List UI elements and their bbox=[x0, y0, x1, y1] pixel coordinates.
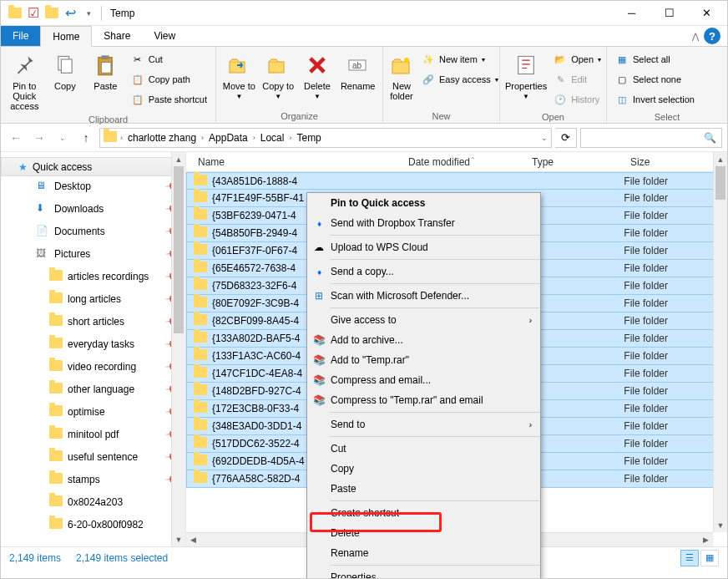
paste-button[interactable]: Paste bbox=[87, 50, 124, 91]
close-button[interactable]: ✕ bbox=[688, 1, 725, 25]
open-icon: 📂 bbox=[554, 53, 567, 66]
ctx-rename[interactable]: Rename bbox=[307, 543, 540, 563]
ribbon: Pin to Quick access Copy Paste ✂Cut 📋Cop… bbox=[1, 47, 727, 124]
sidebar-item[interactable]: 0x8024a203 bbox=[1, 492, 185, 511]
selectnone-button[interactable]: ▢Select none bbox=[612, 70, 698, 89]
help-button[interactable]: ? bbox=[704, 28, 720, 44]
tab-share[interactable]: Share bbox=[92, 26, 142, 46]
svg-text:ab: ab bbox=[352, 61, 362, 70]
copy-button[interactable]: Copy bbox=[47, 50, 84, 91]
qat-properties-icon[interactable]: ☑ bbox=[26, 6, 41, 21]
sidebar-item[interactable]: ⬇Downloads📌 bbox=[1, 199, 185, 218]
status-selected: 2,149 items selected bbox=[76, 552, 168, 564]
qat-undo-icon[interactable]: ↩ bbox=[63, 6, 78, 21]
up-button[interactable]: ↑ bbox=[76, 131, 96, 145]
ctx-dropbox[interactable]: ⬧Send with Dropbox Transfer bbox=[307, 213, 540, 233]
folder-icon bbox=[49, 405, 63, 419]
collapse-ribbon-icon[interactable]: ⋀ bbox=[692, 32, 699, 41]
tab-file[interactable]: File bbox=[1, 26, 40, 46]
ctx-giveaccess[interactable]: Give access to› bbox=[307, 310, 540, 330]
copyto-button[interactable]: Copy to▼ bbox=[260, 50, 296, 101]
sidebar-item[interactable]: short articles📌 bbox=[1, 312, 185, 331]
ctx-paste[interactable]: Paste bbox=[307, 479, 540, 499]
col-date[interactable]: Date modified bbox=[402, 156, 525, 168]
invert-button[interactable]: ◫Invert selection bbox=[612, 90, 698, 109]
folder-icon bbox=[194, 175, 207, 188]
breadcrumb[interactable]: › charlotte zhang› AppData› Local› Temp … bbox=[99, 128, 552, 148]
forward-button[interactable]: → bbox=[29, 131, 49, 145]
ctx-compressemail[interactable]: 📚Compress and email... bbox=[307, 370, 540, 390]
qat-dropdown-icon[interactable]: ▾ bbox=[81, 6, 96, 21]
edit-button[interactable]: ✎Edit bbox=[550, 70, 604, 89]
sidebar-quickaccess[interactable]: ★ Quick access bbox=[1, 157, 185, 176]
folder-icon bbox=[104, 131, 117, 145]
sidebar-item[interactable]: optimise📌 bbox=[1, 402, 185, 421]
properties-button[interactable]: Properties▼ bbox=[505, 50, 547, 101]
ctx-pin[interactable]: Pin to Quick access bbox=[307, 193, 540, 213]
svg-rect-9 bbox=[392, 62, 409, 74]
ctx-addtemp[interactable]: 📚Add to "Temp.rar" bbox=[307, 350, 540, 370]
sidebar-item[interactable]: articles recordings📌 bbox=[1, 267, 185, 286]
col-name[interactable]: Name ⌃ bbox=[186, 156, 402, 168]
qat-newfolder-icon[interactable] bbox=[44, 6, 59, 21]
sidebar-item[interactable]: useful sentence📌 bbox=[1, 447, 185, 466]
ctx-compresstemp[interactable]: 📚Compress to "Temp.rar" and email bbox=[307, 390, 540, 410]
sidebar-item[interactable]: stamps📌 bbox=[1, 470, 185, 489]
copypath-button[interactable]: 📋Copy path bbox=[128, 70, 210, 89]
recent-dropdown[interactable]: ⌄ bbox=[53, 134, 73, 142]
open-button[interactable]: 📂Open ▾ bbox=[550, 50, 604, 69]
ctx-properties[interactable]: Properties bbox=[307, 567, 540, 579]
col-type[interactable]: Type bbox=[525, 156, 624, 168]
moveto-button[interactable]: Move to▼ bbox=[221, 50, 257, 101]
ctx-sendto[interactable]: Send to› bbox=[307, 414, 540, 434]
copy-icon bbox=[52, 52, 78, 79]
delete-button[interactable]: Delete▼ bbox=[300, 50, 336, 101]
dropbox-icon: ⬧ bbox=[311, 216, 326, 231]
special-icon: 🖼 bbox=[36, 247, 49, 261]
cut-button[interactable]: ✂Cut bbox=[128, 50, 210, 69]
minimize-button[interactable]: ─ bbox=[613, 1, 650, 25]
sidebar-item[interactable]: minitool pdf📌 bbox=[1, 424, 185, 444]
tab-home[interactable]: Home bbox=[40, 26, 92, 47]
rename-button[interactable]: ab Rename bbox=[338, 50, 377, 91]
ctx-addarchive[interactable]: 📚Add to archive... bbox=[307, 330, 540, 350]
newfolder-button[interactable]: New folder bbox=[388, 50, 415, 101]
maximize-button[interactable]: ☐ bbox=[650, 1, 688, 25]
pin-quickaccess-button[interactable]: Pin to Quick access bbox=[6, 50, 43, 111]
sidebar-item[interactable]: everyday tasks📌 bbox=[1, 334, 185, 353]
icons-view-button[interactable]: ▦ bbox=[700, 550, 719, 566]
easyaccess-button[interactable]: 🔗Easy access ▾ bbox=[418, 70, 502, 89]
back-button[interactable]: ← bbox=[6, 131, 26, 145]
pasteshortcut-icon: 📋 bbox=[131, 93, 144, 106]
ctx-wps[interactable]: ☁Upload to WPS Cloud bbox=[307, 237, 540, 257]
ctx-defender[interactable]: ⊞Scan with Microsoft Defender... bbox=[307, 286, 540, 306]
vertical-scrollbar[interactable]: ▲ ▼ bbox=[713, 152, 727, 532]
ctx-cut[interactable]: Cut bbox=[307, 439, 540, 459]
selectall-button[interactable]: ▦Select all bbox=[612, 50, 698, 69]
col-size[interactable]: Size bbox=[624, 156, 650, 168]
folder-icon bbox=[194, 384, 207, 398]
sidebar-item[interactable]: 📄Documents📌 bbox=[1, 221, 185, 241]
ctx-sendcopy[interactable]: ⬧Send a copy... bbox=[307, 262, 540, 282]
sidebar-item[interactable]: 🖥Desktop📌 bbox=[1, 176, 185, 196]
dropbox-icon: ⬧ bbox=[311, 264, 326, 279]
sidebar-item[interactable]: video recording📌 bbox=[1, 357, 185, 376]
sidebar-item[interactable]: 🖼Pictures📌 bbox=[1, 244, 185, 263]
ctx-delete[interactable]: Delete bbox=[307, 523, 540, 543]
ctx-copy[interactable]: Copy bbox=[307, 459, 540, 479]
sidebar-item[interactable]: long articles📌 bbox=[1, 289, 185, 308]
newitem-button[interactable]: ✨New item ▾ bbox=[418, 50, 502, 69]
sidebar-item[interactable]: other language📌 bbox=[1, 379, 185, 399]
table-row[interactable]: {43A851D6-1888-4File folder bbox=[186, 172, 727, 190]
pasteshortcut-button[interactable]: 📋Paste shortcut bbox=[128, 90, 210, 109]
folder-icon bbox=[49, 270, 63, 283]
paste-icon bbox=[92, 52, 119, 79]
history-button[interactable]: 🕑History bbox=[550, 90, 604, 109]
sidebar-item[interactable]: 6-20-0x800f0982 bbox=[1, 515, 185, 534]
tab-view[interactable]: View bbox=[142, 26, 187, 46]
search-input[interactable]: 🔍 bbox=[580, 128, 722, 148]
sidebar-scrollbar[interactable]: ▲ ▼ bbox=[171, 152, 185, 546]
details-view-button[interactable]: ☰ bbox=[680, 550, 699, 566]
ctx-shortcut[interactable]: Create shortcut bbox=[307, 503, 540, 523]
refresh-button[interactable]: ⟳ bbox=[555, 128, 577, 148]
